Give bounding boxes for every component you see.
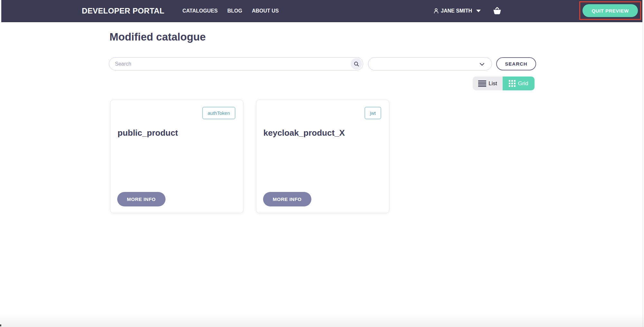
corner-mark [0,324,1,326]
toggle-list-label: List [488,80,497,87]
annotation-highlight-box: QUIT PREVIEW [579,1,641,20]
window-edge [643,23,643,327]
user-icon [433,8,439,14]
product-name: keycloak_product_X [263,128,345,138]
toggle-list-view[interactable]: List [473,77,503,90]
list-icon [478,80,486,87]
caret-down-icon [476,10,481,12]
user-name: JANE SMITH [441,8,472,14]
product-name: public_product [118,128,178,138]
nav-item-blog[interactable]: BLOG [227,8,242,14]
catalogue-filter-select[interactable] [368,57,492,70]
chevron-down-icon [478,60,486,69]
product-card: jwt keycloak_product_X MORE INFO [256,100,389,213]
more-info-button[interactable]: MORE INFO [117,192,166,206]
top-navigation-bar: DEVELOPER PORTAL CATALOGUES BLOG ABOUT U… [1,0,642,22]
basket-icon[interactable] [492,6,502,15]
toggle-grid-label: Grid [518,80,528,87]
brand-logo[interactable]: DEVELOPER PORTAL [82,6,164,15]
main-nav: CATALOGUES BLOG ABOUT US [182,8,279,14]
page-title: Modified catalogue [109,31,206,43]
view-toggle: List Grid [473,77,535,90]
product-card-grid: authToken public_product MORE INFO jwt k… [110,100,389,213]
nav-item-about-us[interactable]: ABOUT US [252,8,279,14]
user-menu[interactable]: JANE SMITH [433,8,481,14]
grid-icon [509,80,516,87]
product-tag-badge: jwt [365,107,381,119]
quit-preview-button[interactable]: QUIT PREVIEW [582,4,638,17]
search-row: SEARCH [109,57,536,70]
search-button[interactable]: SEARCH [496,57,536,70]
product-card: authToken public_product MORE INFO [110,100,243,213]
search-input[interactable] [109,58,363,70]
search-box [109,57,363,70]
search-icon[interactable] [351,58,362,69]
product-tag-badge: authToken [202,107,235,119]
bottom-fade [0,313,644,327]
nav-item-catalogues[interactable]: CATALOGUES [182,8,218,14]
more-info-button[interactable]: MORE INFO [263,192,311,206]
toggle-grid-view[interactable]: Grid [503,77,535,90]
